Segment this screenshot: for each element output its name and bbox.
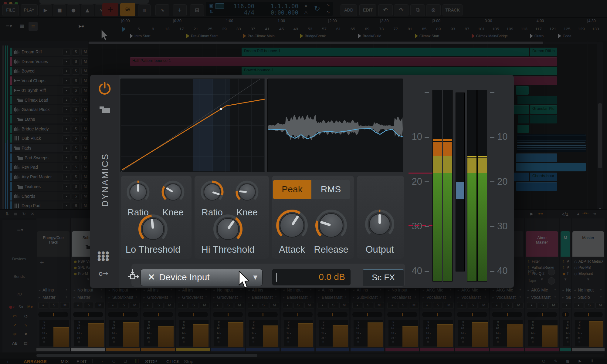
- dots-icon[interactable]: ⁘: [98, 359, 106, 364]
- device-state-icon[interactable]: ●: [562, 272, 566, 276]
- channel-header[interactable]: M: [561, 231, 570, 257]
- mixer-tool-icon[interactable]: ↘: [22, 323, 30, 329]
- snap-icon[interactable]: ⇥⇤: [581, 211, 590, 217]
- fader-lane[interactable]: 0 -6 -12 -24 -36 -∞ -: [144, 320, 174, 346]
- channel-level-meter[interactable]: [298, 323, 313, 347]
- channel-record-button[interactable]: ●: [248, 302, 257, 309]
- transport-stop-button[interactable]: ■: [53, 4, 66, 16]
- device-state-icon[interactable]: ●: [73, 266, 77, 270]
- channel-output-select[interactable]: ▸Studio▾: [573, 294, 603, 301]
- pan-bar[interactable]: [73, 312, 103, 317]
- track-solo-button[interactable]: S: [72, 49, 80, 56]
- b-knee-knob[interactable]: [234, 179, 260, 205]
- mixer-section-label-sends[interactable]: Sends: [2, 274, 36, 279]
- track-solo-button[interactable]: S: [72, 59, 80, 65]
- fader-lane[interactable]: 0 -6 -12 -24 -36 -∞ -: [214, 320, 243, 346]
- arrangement-marker-label[interactable]: Pre-Climax Start: [191, 34, 236, 38]
- track-name[interactable]: Pad Sweeps: [25, 155, 64, 160]
- channel-record-button[interactable]: ●: [317, 302, 327, 309]
- channel-level-meter[interactable]: [589, 321, 603, 347]
- channel-output-select[interactable]: ▸SubMixMst▾: [352, 294, 383, 301]
- track-name[interactable]: Granular Pluck: [22, 107, 61, 112]
- follow-icon[interactable]: ⇥: [591, 211, 597, 217]
- track-solo-button[interactable]: S: [72, 145, 80, 152]
- fade-icon-2[interactable]: ∿: [325, 10, 331, 16]
- track-record-arm-button[interactable]: ●: [63, 203, 70, 209]
- layers-small-button[interactable]: ≣: [29, 22, 38, 31]
- track-record-arm-button[interactable]: ●: [63, 106, 70, 113]
- channel-mute-button[interactable]: M: [409, 302, 419, 309]
- channel-mute-button[interactable]: M: [270, 302, 279, 309]
- track-name[interactable]: Dream Riff: [22, 49, 61, 54]
- mixer-section-label-io[interactable]: I/O: [2, 292, 36, 297]
- pan-bar[interactable]: [387, 312, 417, 317]
- device-chain-item[interactable]: ●Tube: [562, 271, 570, 277]
- transport-record-button[interactable]: ●: [67, 4, 80, 16]
- track-name[interactable]: Rev Pad: [22, 165, 61, 170]
- pan-bar[interactable]: [108, 312, 138, 317]
- device-state-icon[interactable]: ☾: [562, 266, 566, 270]
- track-record-arm-button[interactable]: ●: [63, 193, 70, 200]
- track-name[interactable]: Deep Pad: [22, 203, 61, 208]
- channel-mute-button[interactable]: M: [60, 302, 70, 309]
- mixer-channel[interactable]: Energy/Cue Track+◂All ins▾▸Master▾●SM0 -…: [36, 218, 70, 352]
- track-solo-button[interactable]: S: [72, 184, 80, 190]
- arranger-menu-icon[interactable]: ≡▾: [4, 23, 13, 30]
- pan-bar[interactable]: [574, 312, 603, 317]
- track-solo-button[interactable]: S: [72, 193, 80, 200]
- mixer-tool-icon[interactable]: Mx: [26, 305, 34, 311]
- stop-button[interactable]: STOP: [145, 359, 158, 364]
- compression-curve-display[interactable]: [120, 79, 265, 172]
- channel-solo-button[interactable]: S: [119, 302, 129, 309]
- channel-record-button[interactable]: ●: [422, 302, 432, 309]
- redo-button[interactable]: ↷: [394, 4, 409, 16]
- transport-play-button[interactable]: ▶: [39, 4, 52, 16]
- add-device-button[interactable]: +: [39, 259, 45, 265]
- channel-level-meter[interactable]: [88, 323, 104, 347]
- device-chain-item[interactable]: ○Pro-MB: [574, 265, 603, 271]
- channel-level-meter[interactable]: [53, 327, 69, 347]
- device-state-icon[interactable]: ○: [574, 260, 578, 264]
- track-name[interactable]: Dream Voices: [22, 59, 61, 64]
- arranger-clip[interactable]: [517, 96, 557, 104]
- arranger-clip[interactable]: Dream Riff-bounce-1: [242, 48, 529, 56]
- channel-mute-button[interactable]: M: [130, 302, 140, 309]
- channel-level-meter[interactable]: [368, 322, 383, 347]
- arranger-clip[interactable]: Dream Riff-b: [530, 48, 557, 56]
- mixer-tool-icon[interactable]: ↗: [11, 323, 19, 329]
- sidechain-gain-field[interactable]: 0.0 dB: [272, 269, 351, 285]
- track-solo-button[interactable]: S: [72, 97, 80, 104]
- channel-record-button[interactable]: ●: [352, 302, 362, 309]
- arrangement-marker-label[interactable]: Break/Build: [363, 34, 408, 38]
- track-row[interactable]: Pad Sweeps●SM: [10, 153, 88, 162]
- track-solo-button[interactable]: S: [72, 126, 80, 133]
- track-record-arm-button[interactable]: ●: [63, 126, 70, 133]
- mixer-play-icon[interactable]: ▶: [529, 211, 535, 217]
- arrangement-marker-flag[interactable]: [130, 34, 133, 38]
- channel-solo-button[interactable]: S: [363, 302, 373, 309]
- pan-bar[interactable]: [213, 312, 243, 317]
- fader-lane[interactable]: 0 -6 -12 -24 -36 -∞ -: [575, 320, 603, 346]
- arranger-clip[interactable]: Half Pattern-bounce-1: [130, 57, 557, 66]
- arrangement-marker-flag[interactable]: [300, 34, 303, 38]
- track-record-arm-button[interactable]: ●: [63, 116, 70, 123]
- track-row[interactable]: Dream Riff●SM: [10, 48, 88, 56]
- track-solo-button[interactable]: S: [72, 203, 80, 209]
- arranger-clip[interactable]: [516, 153, 557, 162]
- track-row[interactable]: Bowed●SM: [10, 67, 88, 75]
- device-state-icon[interactable]: ☾: [562, 260, 566, 264]
- track-solo-button[interactable]: S: [72, 116, 80, 123]
- channel-solo-button[interactable]: S: [84, 302, 94, 309]
- channel-mute-button[interactable]: M: [549, 302, 558, 309]
- channel-level-meter[interactable]: [228, 322, 243, 347]
- channel-output-select[interactable]: ▸GrooveMst▾: [212, 294, 243, 301]
- threshold-line-dashed[interactable]: [409, 225, 432, 226]
- track-record-arm-button[interactable]: ●: [63, 184, 70, 190]
- channel-solo-button[interactable]: S: [259, 302, 268, 309]
- track-record-arm-button[interactable]: ●: [63, 49, 70, 56]
- add-button[interactable]: ADD: [341, 4, 357, 16]
- channel-mute-button[interactable]: M: [339, 302, 349, 309]
- send-label[interactable]: Tape: [528, 278, 540, 283]
- channel-header[interactable]: Atmo Master: [526, 231, 558, 257]
- channel-level-meter[interactable]: [263, 325, 278, 347]
